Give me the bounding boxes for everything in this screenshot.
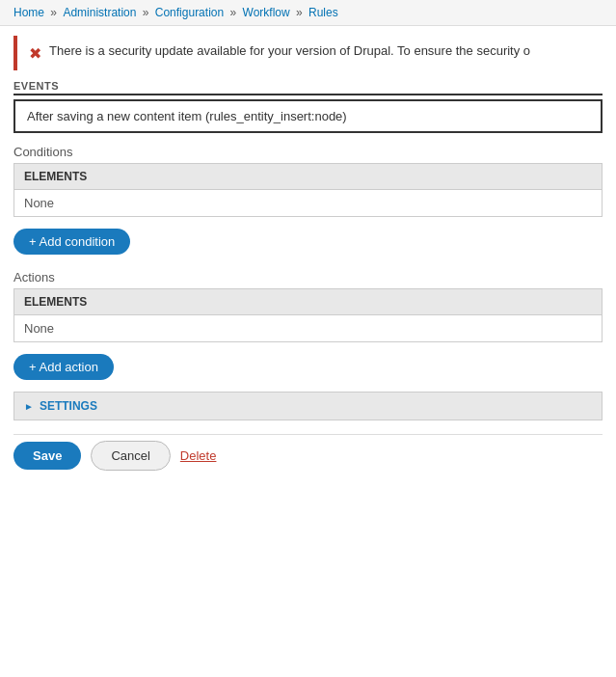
footer-buttons: Save Cancel Delete: [13, 441, 603, 490]
events-label: EVENTS: [13, 80, 603, 95]
save-button[interactable]: Save: [13, 442, 81, 470]
breadcrumb-workflow[interactable]: Workflow: [243, 6, 290, 19]
breadcrumb-sep-1: »: [50, 6, 60, 19]
settings-section: ► SETTINGS: [13, 392, 603, 420]
main-content: EVENTS After saving a new content item (…: [0, 80, 616, 490]
breadcrumb: Home » Administration » Configuration » …: [0, 0, 616, 26]
breadcrumb-sep-2: »: [143, 6, 152, 19]
event-box: After saving a new content item (rules_e…: [13, 99, 603, 133]
settings-arrow-icon: ►: [24, 401, 34, 412]
actions-elements-header: ELEMENTS: [14, 289, 603, 315]
event-text: After saving a new content item (rules_e…: [27, 109, 347, 123]
breadcrumb-administration[interactable]: Administration: [63, 6, 136, 19]
add-condition-button[interactable]: + Add condition: [13, 229, 130, 255]
footer-divider: [13, 434, 603, 435]
delete-button[interactable]: Delete: [180, 448, 217, 463]
settings-label: SETTINGS: [40, 399, 97, 413]
breadcrumb-configuration[interactable]: Configuration: [155, 6, 224, 19]
conditions-elements-header: ELEMENTS: [14, 164, 603, 190]
breadcrumb-sep-4: »: [296, 6, 306, 19]
breadcrumb-home[interactable]: Home: [13, 6, 44, 19]
alert-icon: ✖: [29, 44, 41, 63]
cancel-button[interactable]: Cancel: [91, 441, 170, 471]
breadcrumb-sep-3: »: [230, 6, 240, 19]
security-alert: ✖ There is a security update available f…: [13, 36, 603, 70]
actions-none: None: [14, 315, 603, 342]
conditions-none: None: [14, 190, 603, 217]
conditions-label: Conditions: [13, 145, 603, 159]
conditions-table: ELEMENTS None: [13, 163, 603, 217]
alert-message: There is a security update available for…: [49, 43, 530, 58]
actions-table: ELEMENTS None: [13, 288, 603, 342]
settings-header[interactable]: ► SETTINGS: [14, 393, 602, 420]
actions-label: Actions: [13, 270, 603, 284]
breadcrumb-rules[interactable]: Rules: [308, 6, 338, 19]
add-action-button[interactable]: + Add action: [13, 354, 114, 380]
